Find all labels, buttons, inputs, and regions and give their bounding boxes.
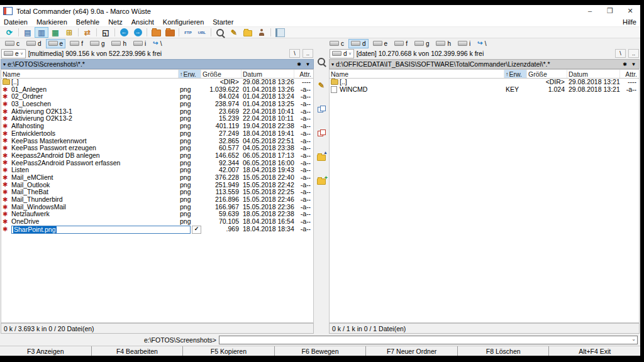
maximize-button[interactable]: ❒ bbox=[600, 5, 620, 17]
column-header-date[interactable]: Datum bbox=[567, 70, 620, 78]
chevron-down-icon[interactable]: ⌄ bbox=[631, 336, 636, 342]
column-header-attr[interactable]: Attr. bbox=[294, 70, 313, 78]
column-header-name[interactable]: Name bbox=[330, 70, 504, 78]
brief-view-icon[interactable]: ▤ bbox=[21, 27, 35, 38]
minimize-button[interactable]: – bbox=[580, 5, 600, 17]
new-folder-icon[interactable] bbox=[314, 175, 328, 186]
move-icon[interactable] bbox=[314, 128, 328, 138]
file-row[interactable]: ✱Mail_Thunderbirdpng216.89615.05.2018 22… bbox=[1, 196, 313, 204]
menu-dateien[interactable]: Dateien bbox=[4, 18, 28, 26]
menu-befehle[interactable]: Befehle bbox=[76, 18, 99, 26]
file-row-renaming[interactable]: ✱SharPoint.png✓.96918.04.2018 18:34-a-- bbox=[1, 226, 313, 233]
column-header-ext[interactable]: ↑Erw. bbox=[504, 70, 527, 78]
right-root-dir-button[interactable]: \ bbox=[615, 49, 626, 58]
notes-icon[interactable] bbox=[273, 27, 287, 38]
right-file-list[interactable]: [..]<DIR>29.08.2018 13:21----WINCMDKEY1.… bbox=[329, 79, 640, 323]
copy-icon[interactable] bbox=[314, 104, 328, 114]
file-row[interactable]: [..]<DIR>29.08.2018 13:21---- bbox=[330, 79, 639, 86]
file-row[interactable]: ✱Keepass2Android DB anlegenpng146.65206.… bbox=[1, 152, 313, 160]
full-view-icon: ▥ bbox=[38, 29, 45, 36]
right-drive-c[interactable]: c bbox=[327, 39, 347, 48]
menu-konfigurieren[interactable]: Konfigurieren bbox=[163, 18, 204, 26]
right-drive-g[interactable]: g bbox=[412, 39, 432, 48]
fkey-alt-f4-exit[interactable]: Alt+F4 Exit bbox=[549, 346, 640, 356]
drive-icon bbox=[373, 41, 382, 46]
left-drive-c[interactable]: c bbox=[3, 39, 22, 48]
menu-netz[interactable]: Netz bbox=[108, 18, 123, 26]
right-drive-bar: cdefghi↪\ bbox=[325, 38, 640, 48]
menu-hilfe[interactable]: Hilfe bbox=[623, 18, 636, 26]
left-drive-f[interactable]: f bbox=[67, 39, 86, 48]
ftp-disconnect-icon[interactable] bbox=[163, 27, 177, 38]
edit-icon[interactable]: ✎ bbox=[314, 80, 328, 90]
left-drive-e[interactable]: e bbox=[46, 39, 66, 48]
file-row[interactable]: [..]<DIR>29.08.2018 13:26---- bbox=[1, 79, 313, 86]
picture-view-icon[interactable]: ▦ bbox=[48, 27, 62, 38]
fkey-f8-l-schen[interactable]: F8 Löschen bbox=[458, 346, 550, 356]
close-button[interactable]: ✕ bbox=[620, 5, 640, 17]
right-drive-i[interactable]: i bbox=[455, 39, 473, 48]
toolbar-separator bbox=[147, 28, 147, 36]
left-drive-d[interactable]: d bbox=[24, 39, 44, 48]
right-drive-f[interactable]: f bbox=[392, 39, 410, 48]
menu-markieren[interactable]: Markieren bbox=[36, 18, 67, 26]
right-history-button[interactable]: ✱ bbox=[621, 62, 628, 67]
right-path-bar[interactable]: ▾ d:\OFFICEDATA\IT_BASIS\SOFTWARE\TotalC… bbox=[329, 59, 640, 69]
left-file-list[interactable]: [..]<DIR>29.08.2018 13:26----✱01_Anlegen… bbox=[1, 79, 314, 323]
left-root-dir-button[interactable]: \ bbox=[289, 49, 300, 58]
left-path-bar[interactable]: ▾ e:\FOTOS\Screenshots\*.* ✱ ▼ bbox=[1, 59, 314, 69]
full-view-icon[interactable]: ▥ bbox=[35, 27, 48, 38]
swap-panels-icon[interactable]: ⇄ bbox=[80, 27, 94, 38]
column-header-size[interactable]: Größe bbox=[527, 70, 567, 78]
left-drive-i[interactable]: i bbox=[131, 39, 148, 48]
menu-starter[interactable]: Starter bbox=[213, 18, 233, 26]
file-row[interactable]: ✱Entwicklertoolspng27.24918.04.2018 19:4… bbox=[1, 130, 313, 138]
column-header-date[interactable]: Datum bbox=[242, 70, 294, 78]
column-header-attr[interactable]: Attr. bbox=[620, 70, 639, 78]
command-input[interactable] bbox=[219, 336, 638, 344]
fkey-f6-bewegen[interactable]: F6 Bewegen bbox=[275, 346, 367, 356]
right-drive-combo[interactable]: d ˅ bbox=[330, 49, 354, 58]
forward-icon[interactable]: → bbox=[131, 27, 145, 38]
left-hotlist-button[interactable]: ▼ bbox=[304, 62, 311, 67]
quick-view-icon[interactable] bbox=[314, 56, 328, 67]
left-drive-g[interactable]: g bbox=[87, 39, 108, 48]
left-parent-dir-button[interactable]: .. bbox=[303, 49, 313, 58]
right-drive-d[interactable]: d bbox=[348, 39, 369, 48]
rename-input[interactable]: SharPoint.png bbox=[11, 226, 191, 234]
file-row[interactable]: WINCMDKEY1.02429.08.2018 13:21-a-- bbox=[330, 86, 639, 94]
left-drive-combo[interactable]: e ˅ bbox=[1, 49, 26, 58]
multi-rename-icon[interactable]: ✎ bbox=[227, 27, 241, 38]
left-drive-h[interactable]: h bbox=[109, 39, 129, 48]
fkey-f4-bearbeiten[interactable]: F4 Bearbeiten bbox=[92, 346, 184, 356]
pack-icon[interactable] bbox=[314, 151, 328, 162]
file-row[interactable]: ✱03_Loeschenpng238.97401.04.2018 13:25-a… bbox=[1, 101, 313, 108]
right-drive-e[interactable]: e bbox=[370, 39, 391, 48]
file-row[interactable]: ✱Mail_eMClientpng376.22815.05.2018 22:40… bbox=[1, 174, 313, 182]
ftp-connect-icon[interactable] bbox=[149, 27, 163, 38]
ftp-open-icon[interactable]: FTP bbox=[181, 27, 195, 38]
right-parent-dir-button[interactable]: .. bbox=[628, 49, 639, 58]
file-row[interactable]: ✱OneDrivepng70.10518.04.2018 16:54-a-- bbox=[1, 218, 313, 226]
tree-view-icon[interactable]: ⊞ bbox=[62, 27, 76, 38]
right-drive-h[interactable]: h bbox=[433, 39, 453, 48]
search-icon[interactable] bbox=[213, 27, 227, 38]
left-network-drive[interactable]: ↪\ bbox=[150, 39, 164, 48]
sync-dirs-icon[interactable] bbox=[241, 27, 255, 38]
fkey-f3-anzeigen[interactable]: F3 Anzeigen bbox=[0, 346, 92, 356]
fullscreen-icon[interactable]: ◱ bbox=[99, 27, 113, 38]
rename-confirm-button[interactable]: ✓ bbox=[192, 226, 201, 234]
left-history-button[interactable]: ✱ bbox=[296, 62, 303, 67]
column-header-name[interactable]: Name bbox=[1, 70, 179, 78]
column-header-size[interactable]: Größe bbox=[201, 70, 242, 78]
fkey-f7-neuer-ordner[interactable]: F7 Neuer Ordner bbox=[366, 346, 458, 356]
menu-ansicht[interactable]: Ansicht bbox=[131, 18, 154, 26]
back-icon[interactable]: ← bbox=[117, 27, 131, 38]
right-network-drive[interactable]: ↪\ bbox=[475, 39, 489, 48]
fkey-f5-kopieren[interactable]: F5 Kopieren bbox=[183, 346, 275, 356]
user-icon[interactable] bbox=[255, 27, 269, 38]
column-header-ext[interactable]: ↑Erw. bbox=[179, 70, 201, 78]
url-open-icon[interactable]: URL bbox=[195, 27, 209, 38]
reload-icon[interactable]: ⟳ bbox=[3, 27, 16, 38]
right-hotlist-button[interactable]: ▼ bbox=[630, 62, 637, 67]
